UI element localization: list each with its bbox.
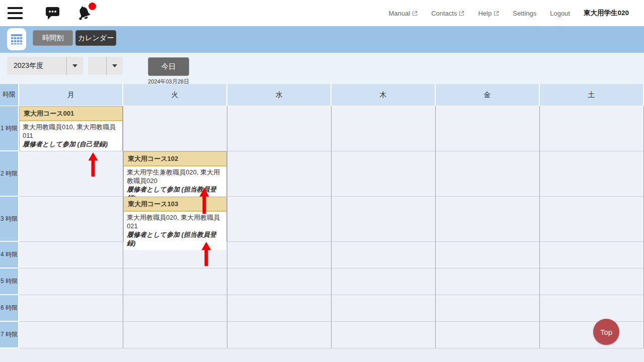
- chat-icon: [44, 6, 60, 21]
- controls-row: 2023年度 今日 2024年03月28日: [0, 53, 644, 84]
- notification-dot: [89, 3, 96, 10]
- cell-wed-5[interactable]: [227, 268, 332, 295]
- year-select[interactable]: 2023年度: [7, 57, 83, 75]
- external-link-icon: [459, 11, 464, 16]
- top-bar: Manual Contacts Help Settings Logout 東大用…: [0, 0, 644, 26]
- period-label-7: 7 時限: [0, 322, 19, 348]
- current-username: 東大用学生020: [584, 9, 629, 18]
- cell-tue-2[interactable]: 東大用コース102 東大用学生兼教職員020, 東大用教職員020 履修者として…: [123, 151, 227, 197]
- link-label: Manual: [389, 10, 411, 17]
- cell-fri-2[interactable]: [436, 151, 540, 197]
- cell-wed-6[interactable]: [227, 295, 332, 322]
- cell-mon-7[interactable]: [19, 322, 123, 348]
- course-members: 東大用学生兼教職員020, 東大用教職員020: [127, 168, 223, 185]
- external-link-icon: [412, 11, 418, 16]
- cell-wed-1[interactable]: [227, 106, 332, 151]
- year-select-value: 2023年度: [7, 61, 66, 70]
- cell-fri-3[interactable]: [436, 197, 540, 242]
- cell-fri-6[interactable]: [436, 295, 540, 322]
- cell-sat-6[interactable]: [540, 295, 644, 322]
- cell-mon-2[interactable]: [19, 151, 123, 197]
- cell-mon-6[interactable]: [19, 295, 123, 322]
- cell-mon-5[interactable]: [19, 268, 123, 295]
- cell-wed-4[interactable]: [227, 242, 332, 268]
- cell-thu-6[interactable]: [332, 295, 436, 322]
- term-select[interactable]: [88, 57, 123, 75]
- link-manual[interactable]: Manual: [389, 10, 418, 17]
- cell-sat-3[interactable]: [540, 197, 644, 242]
- cell-thu-7[interactable]: [332, 322, 436, 348]
- period-label-5: 5 時限: [0, 268, 19, 295]
- period-label-2: 2 時限: [0, 151, 19, 197]
- cell-wed-7[interactable]: [227, 322, 332, 348]
- cell-sat-5[interactable]: [540, 268, 644, 295]
- timetable-grid: 時限 月 火 水 木 金 土 1 時限 東大用コース001 東大用教職員010,…: [0, 84, 644, 348]
- timetable-grid-icon: [11, 34, 23, 45]
- link-label: Logout: [550, 10, 570, 17]
- menu-icon[interactable]: [8, 7, 23, 19]
- course-title: 東大用コース102: [124, 152, 226, 166]
- cell-thu-5[interactable]: [332, 268, 436, 295]
- cell-thu-4[interactable]: [332, 242, 436, 268]
- timetable-app-tile[interactable]: [7, 28, 26, 50]
- day-header-fri: 金: [436, 84, 540, 106]
- chat-button[interactable]: [44, 6, 60, 21]
- cell-sat-4[interactable]: [540, 242, 644, 268]
- period-label-3: 3 時限: [0, 197, 19, 242]
- cell-tue-1[interactable]: [123, 106, 227, 151]
- day-header-mon: 月: [19, 84, 123, 106]
- course-card[interactable]: 東大用コース001 東大用教職員010, 東大用教職員011 履修者として参加 …: [19, 106, 123, 151]
- link-settings[interactable]: Settings: [513, 10, 536, 17]
- day-header-thu: 木: [332, 84, 436, 106]
- cell-sat-1[interactable]: [540, 106, 644, 151]
- corner-header: 時限: [0, 84, 19, 106]
- cell-fri-5[interactable]: [436, 268, 540, 295]
- period-label-6: 6 時限: [0, 295, 19, 322]
- link-label: Help: [478, 10, 492, 17]
- cell-fri-7[interactable]: [436, 322, 540, 348]
- cell-sat-7[interactable]: [540, 322, 644, 348]
- cell-wed-3[interactable]: [227, 197, 332, 242]
- cell-fri-1[interactable]: [436, 106, 540, 151]
- today-button[interactable]: 今日: [148, 57, 189, 76]
- tab-calendar[interactable]: カレンダー: [75, 30, 116, 46]
- day-header-tue: 火: [123, 84, 227, 106]
- cell-thu-3[interactable]: [332, 197, 436, 242]
- cell-wed-2[interactable]: [227, 151, 332, 197]
- course-body: 東大用教職員010, 東大用教職員011 履修者として参加 (自己登録): [20, 121, 122, 151]
- cell-thu-2[interactable]: [332, 151, 436, 197]
- link-help[interactable]: Help: [478, 10, 499, 17]
- course-role: 履修者として参加 (自己登録): [23, 140, 119, 149]
- tab-timetable[interactable]: 時間割: [33, 30, 73, 46]
- cell-tue-5[interactable]: [123, 268, 227, 295]
- course-role: 履修者として参加 (担当教員登録): [127, 231, 223, 247]
- period-label-1: 1 時限: [0, 106, 19, 151]
- cell-sat-2[interactable]: [540, 151, 644, 197]
- cell-thu-1[interactable]: [332, 106, 436, 151]
- cell-mon-3[interactable]: [19, 197, 123, 242]
- course-title: 東大用コース001: [20, 107, 122, 121]
- link-logout[interactable]: Logout: [550, 10, 570, 17]
- course-members: 東大用教職員020, 東大用教職員021: [127, 214, 223, 230]
- period-label-4: 4 時限: [0, 242, 19, 268]
- course-card[interactable]: 東大用コース103 東大用教職員020, 東大用教職員021 履修者として参加 …: [123, 197, 227, 241]
- link-label: Contacts: [431, 10, 457, 17]
- dropdown-arrow-box: [106, 57, 123, 75]
- day-header-wed: 水: [227, 84, 332, 106]
- cell-tue-7[interactable]: [123, 322, 227, 348]
- course-card[interactable]: 東大用コース102 東大用学生兼教職員020, 東大用教職員020 履修者として…: [123, 151, 227, 196]
- link-label: Settings: [513, 10, 536, 17]
- cell-mon-4[interactable]: [19, 242, 123, 268]
- cell-fri-4[interactable]: [436, 242, 540, 268]
- course-title: 東大用コース103: [124, 197, 226, 212]
- day-header-sat: 土: [540, 84, 644, 106]
- scroll-to-top-button[interactable]: Top: [593, 319, 619, 345]
- course-members: 東大用教職員010, 東大用教職員011: [23, 123, 119, 140]
- caret-down-icon: [72, 64, 77, 67]
- link-contacts[interactable]: Contacts: [431, 10, 464, 17]
- notifications-button[interactable]: [75, 5, 94, 22]
- course-body: 東大用教職員020, 東大用教職員021 履修者として参加 (担当教員登録): [124, 212, 226, 250]
- cell-mon-1[interactable]: 東大用コース001 東大用教職員010, 東大用教職員011 履修者として参加 …: [19, 106, 123, 151]
- cell-tue-6[interactable]: [123, 295, 227, 322]
- cell-tue-3[interactable]: 東大用コース103 東大用教職員020, 東大用教職員021 履修者として参加 …: [123, 197, 227, 242]
